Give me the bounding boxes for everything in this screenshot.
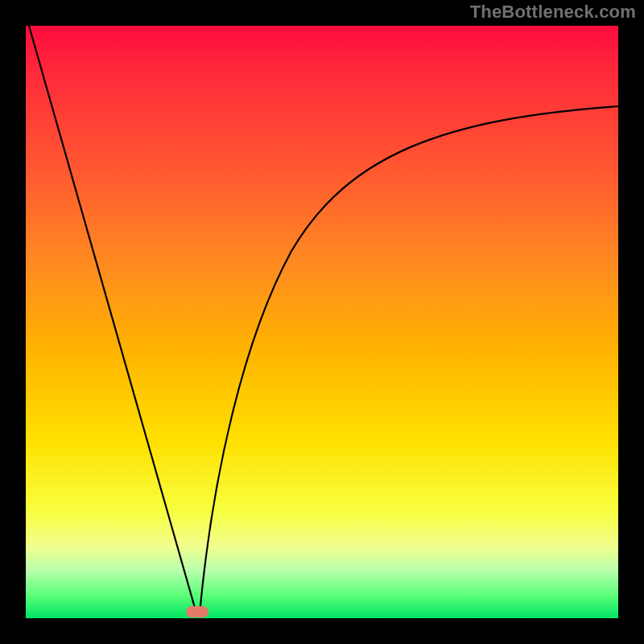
curve-left-branch: [29, 26, 196, 613]
valley-marker: [186, 606, 208, 617]
chart-frame: TheBottleneck.com: [0, 0, 644, 644]
bottleneck-curve: [26, 26, 618, 618]
watermark-text: TheBottleneck.com: [470, 2, 636, 23]
plot-area: [26, 26, 618, 618]
curve-right-branch: [200, 106, 618, 613]
